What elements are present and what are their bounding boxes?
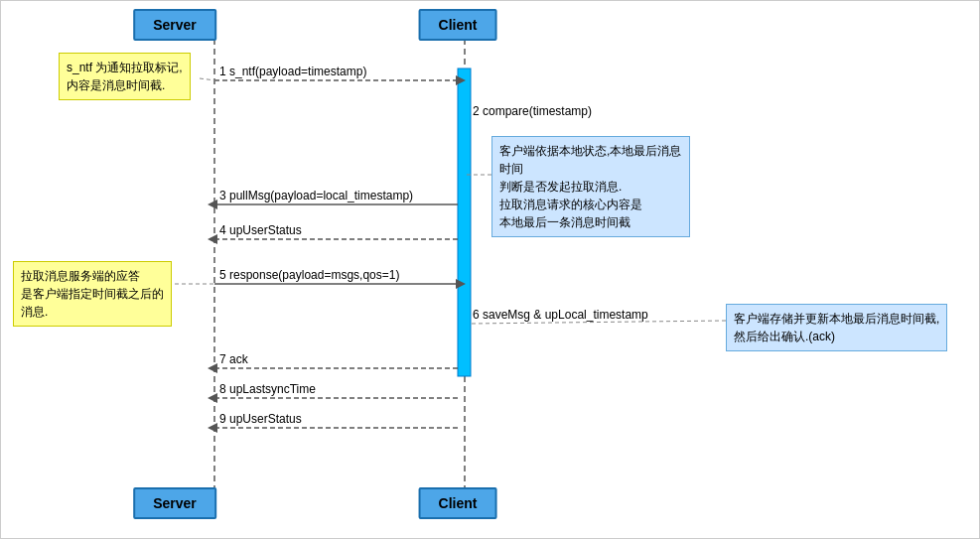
svg-marker-19 [208,363,217,373]
client-lifeline-top: Client [419,9,497,41]
svg-marker-9 [208,200,217,209]
svg-rect-3 [458,68,471,376]
svg-text:4 upUserStatus: 4 upUserStatus [219,223,302,237]
svg-marker-12 [208,234,217,244]
svg-text:1 s_ntf(payload=timestamp): 1 s_ntf(payload=timestamp) [219,65,366,78]
server-lifeline-bottom: Server [133,487,216,519]
note-savemsg: 客户端存储并更新本地最后消息时间截,然后给出确认.(ack) [726,304,947,351]
svg-line-27 [200,78,215,80]
note-compare: 客户端依据本地状态,本地最后消息时间判断是否发起拉取消息.拉取消息请求的核心内容… [491,136,690,237]
svg-line-30 [471,321,726,324]
client-lifeline-bottom: Client [419,487,497,519]
svg-marker-5 [456,75,466,85]
svg-text:8 upLastsyncTime: 8 upLastsyncTime [219,382,316,396]
note-response: 拉取消息服务端的应答是客户端指定时间截之后的消息. [13,261,172,327]
svg-text:2 compare(timestamp): 2 compare(timestamp) [473,104,592,118]
diagram-container: 1 s_ntf(payload=timestamp) 2 compare(tim… [0,0,980,539]
svg-text:3 pullMsg(payload=local_timest: 3 pullMsg(payload=local_timestamp) [219,189,413,202]
svg-marker-25 [208,423,217,433]
svg-text:9 upUserStatus: 9 upUserStatus [219,412,302,426]
note-s-ntf: s_ntf 为通知拉取标记,内容是消息时间截. [59,53,191,100]
svg-text:6 saveMsg & upLocal_timestamp: 6 saveMsg & upLocal_timestamp [473,308,648,322]
server-lifeline-top: Server [133,9,216,41]
svg-text:5 response(payload=msgs,qos=1): 5 response(payload=msgs,qos=1) [219,268,399,282]
svg-marker-22 [208,393,217,403]
svg-marker-15 [456,279,466,289]
svg-text:7 ack: 7 ack [219,352,249,366]
